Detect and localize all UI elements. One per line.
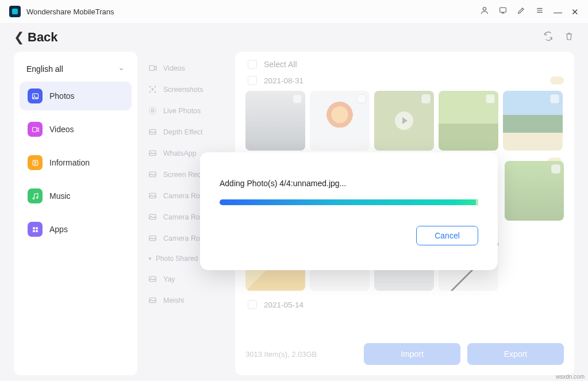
- date-checkbox[interactable]: [248, 76, 257, 85]
- select-all-checkbox[interactable]: [248, 60, 257, 69]
- back-chevron-icon[interactable]: ❮: [14, 30, 24, 45]
- video-thumb[interactable]: [374, 91, 434, 151]
- cat-videos[interactable]: Videos: [143, 57, 235, 79]
- sidebar-item-label: Videos: [49, 125, 74, 134]
- trash-icon[interactable]: [564, 31, 574, 44]
- app-logo: [9, 6, 21, 17]
- svg-rect-22: [149, 276, 156, 282]
- videos-icon: [28, 122, 43, 137]
- edit-icon[interactable]: [517, 6, 526, 17]
- date-label: 2021-08-31: [264, 76, 303, 85]
- date-group-1: 2021-08-31: [245, 72, 564, 91]
- date-checkbox[interactable]: [248, 300, 257, 309]
- export-button[interactable]: Export: [467, 343, 564, 365]
- title-actions: — ✕: [480, 6, 579, 17]
- sidebar-item-label: Apps: [49, 225, 68, 234]
- music-icon: [28, 188, 43, 203]
- triangle-down-icon: ▼: [148, 256, 152, 261]
- cat-depth-effect[interactable]: Depth Effect: [143, 121, 235, 143]
- svg-point-6: [33, 198, 34, 199]
- content-footer: 3013 Item(s), 2.03GB Import Export: [245, 335, 564, 375]
- photo-thumb[interactable]: [245, 91, 305, 151]
- chevron-down-icon: [118, 66, 125, 72]
- cancel-button[interactable]: Cancel: [416, 226, 478, 245]
- svg-rect-12: [149, 66, 155, 71]
- date-group-2: 2021-05-14: [245, 297, 564, 315]
- footer-info: 3013 Item(s), 2.03GB: [245, 350, 317, 359]
- photo-thumb[interactable]: [505, 161, 564, 221]
- back-label[interactable]: Back: [28, 30, 58, 45]
- svg-point-14: [151, 109, 153, 111]
- svg-rect-16: [149, 129, 156, 134]
- date-label: 2021-05-14: [264, 301, 303, 309]
- svg-rect-19: [149, 193, 156, 198]
- thumb-checkbox[interactable]: [421, 94, 431, 103]
- sidebar-item-label: Information: [49, 158, 90, 167]
- feedback-icon[interactable]: [498, 6, 508, 17]
- sidebar-header-label: English all: [26, 64, 63, 74]
- svg-rect-9: [36, 227, 38, 229]
- thumb-checkbox[interactable]: [486, 94, 495, 103]
- count-badge: [550, 76, 564, 84]
- sidebar-item-music[interactable]: Music: [20, 182, 132, 210]
- sidebar-header[interactable]: English all: [20, 62, 132, 82]
- sidebar-item-photos[interactable]: Photos: [20, 82, 132, 110]
- cat-yay[interactable]: Yay: [143, 268, 235, 290]
- app-title: Wondershare MobileTrans: [26, 7, 114, 16]
- sidebar: English all Photos Videos Information Mu…: [14, 52, 137, 375]
- svg-rect-8: [33, 227, 35, 229]
- photo-thumb[interactable]: [439, 91, 498, 151]
- import-button[interactable]: Import: [364, 343, 460, 365]
- modal-message: Adding Photo(s) 4/4:unnamed.jpg...: [220, 179, 478, 188]
- svg-rect-10: [33, 230, 35, 232]
- cat-live-photos[interactable]: Live Photos: [143, 100, 235, 121]
- info-icon: [28, 155, 43, 170]
- svg-rect-1: [500, 7, 506, 12]
- progress-modal: Adding Photo(s) 4/4:unnamed.jpg... Cance…: [200, 152, 498, 270]
- svg-point-15: [149, 107, 156, 114]
- refresh-icon[interactable]: [543, 31, 554, 44]
- svg-point-0: [483, 7, 486, 10]
- thumb-checkbox[interactable]: [357, 94, 366, 103]
- sidebar-item-label: Photos: [49, 91, 75, 101]
- svg-point-13: [152, 88, 153, 90]
- svg-rect-18: [149, 172, 156, 177]
- thumb-checkbox[interactable]: [550, 94, 559, 103]
- sidebar-item-label: Music: [49, 191, 71, 201]
- play-icon: [395, 111, 413, 130]
- photos-icon: [28, 88, 43, 103]
- sidebar-item-apps[interactable]: Apps: [20, 215, 132, 244]
- svg-rect-4: [32, 127, 37, 132]
- select-all-label: Select All: [264, 60, 297, 69]
- svg-rect-23: [149, 298, 156, 303]
- cat-screenshots[interactable]: Screenshots: [143, 79, 235, 100]
- close-button[interactable]: ✕: [571, 7, 579, 16]
- progress-bar: [220, 199, 478, 205]
- photo-thumb[interactable]: [503, 91, 563, 151]
- thumb-checkbox[interactable]: [293, 94, 302, 103]
- svg-point-7: [36, 197, 38, 198]
- svg-rect-11: [36, 230, 38, 232]
- apps-icon: [28, 222, 43, 237]
- menu-icon[interactable]: [535, 6, 544, 17]
- svg-point-3: [33, 95, 34, 96]
- sidebar-item-videos[interactable]: Videos: [20, 115, 132, 144]
- cat-meishi[interactable]: Meishi: [143, 290, 235, 311]
- minimize-button[interactable]: —: [554, 7, 562, 16]
- svg-rect-20: [149, 214, 156, 220]
- thumb-row-1: [245, 91, 564, 156]
- back-row: ❮ Back: [0, 23, 588, 52]
- photo-thumb[interactable]: [310, 91, 370, 151]
- watermark: wsxdn.com: [556, 374, 585, 380]
- thumb-checkbox[interactable]: [551, 164, 560, 174]
- svg-rect-17: [149, 151, 156, 156]
- user-icon[interactable]: [480, 6, 489, 17]
- svg-rect-21: [149, 236, 156, 241]
- title-bar: Wondershare MobileTrans — ✕: [0, 0, 588, 23]
- select-all-row[interactable]: Select All: [245, 60, 564, 72]
- sidebar-item-information[interactable]: Information: [20, 148, 132, 177]
